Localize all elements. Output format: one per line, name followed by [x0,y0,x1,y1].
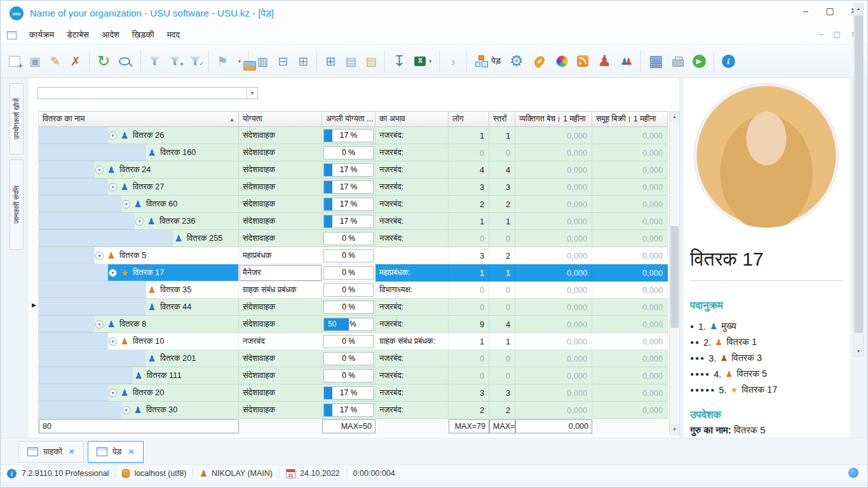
summary-cell-col4[interactable]: MAX=79 [449,419,489,433]
toolbar-excel-export-button[interactable]: X▾ [410,54,435,69]
toolbar-more-button[interactable]: › [444,53,463,70]
column-header-1[interactable]: योग्यता [239,112,322,126]
toolbar-map-pin-button[interactable] [528,55,551,68]
table-row[interactable]: ▾♟वितरक 24संदेशावाहक17 %नजरबंद:440,0000,… [39,161,668,179]
expand-icon[interactable]: ▾ [122,200,130,208]
toolbar-add-record-button[interactable] [5,53,24,69]
panel-vertical-scrollbar[interactable]: ▲ ▼ [853,3,864,356]
toolbar-filter-apply-button[interactable]: ▸ [165,54,184,69]
maximize-button[interactable]: ▢ [823,6,837,16]
hierarchy-item[interactable]: ●●●●4.♟वितरक 5 [690,366,777,382]
menu-item-4[interactable]: मदद [161,28,187,42]
table-row[interactable]: ▾♟वितरक 27संदेशावाहक17 %नजरबंद:330,0000,… [39,179,668,196]
table-row[interactable]: ▾♟वितरक 5महाप्रबंधक0 %320,0000,000 [39,247,668,264]
toolbar-table-view-button[interactable]: ▦ [645,51,667,71]
hierarchy-item[interactable]: ●●●●●5.★वितरक 17 [690,382,777,398]
scroll-up-icon[interactable]: ▲ [670,112,679,121]
toolbar-report-button[interactable]: ▤ [341,53,360,70]
column-header-2[interactable]: अगली योग्यता ... [322,112,376,126]
summary-cell-col0[interactable]: 80 [39,419,239,433]
summary-cell-col5[interactable]: MAX=7 [489,419,515,433]
toolbar-search-button[interactable] [115,53,137,69]
column-header-7[interactable]: समूह बिक्री। 1 महीना [592,112,668,126]
toolbar-filter-check-button[interactable]: ✓ [186,54,205,69]
panel-scroll-thumb[interactable] [855,15,863,333]
expand-icon[interactable]: ▾ [135,217,144,226]
panel-scroll-up-icon[interactable]: ▲ [854,4,863,13]
summary-cell-col6[interactable]: 0,000 [515,419,592,433]
hierarchy-item[interactable]: ●●●3.♟वितरक 3 [690,350,777,366]
table-row[interactable]: ♟वितरक 255संदेशावाहक0 %नजरबंद:000,0000,0… [39,230,668,247]
tab-tree[interactable]: पेड़ ✕ [88,441,144,463]
hierarchy-item[interactable]: ●●2.♟वितरक 1 [690,334,777,350]
toolbar-user-button[interactable]: ♟ [593,51,615,71]
tab-clients[interactable]: ग्राहकों ✕ [18,441,84,463]
expand-icon[interactable]: ▾ [109,132,117,140]
toolbar-flag-button[interactable]: ⚑ [213,53,232,70]
toolbar-image-button[interactable]: ▾ [233,56,245,67]
table-row[interactable]: ▾♟वितरक 20संदेशावाहक17 %नजरबंद:330,0000,… [39,384,668,402]
expand-icon[interactable]: ▾ [109,269,117,277]
table-row[interactable]: ♟वितरक 160संदेशावाहक0 %नजरबंद:000,0000,0… [39,144,668,161]
expand-icon[interactable]: ▾ [109,389,117,397]
menu-item-3[interactable]: खिड़की [126,28,161,42]
table-row[interactable]: ▾♟वितरक 30संदेशावाहक17 %नजरबंद:220,0000,… [39,402,668,419]
tab-clients-close-icon[interactable]: ✕ [69,447,75,456]
summary-cell-col2[interactable]: MAX=50 [322,419,376,433]
toolbar-print-button[interactable] [668,53,688,69]
expand-icon[interactable]: ▾ [109,183,117,191]
table-row[interactable]: ▾♟वितरक 60संदेशावाहक17 %नजरबंद:220,0000,… [39,196,668,213]
toolbar-refresh-button[interactable]: ↻ [93,51,114,71]
column-header-0[interactable]: वितरक का नाम▲ [39,112,239,126]
panel-scroll-down-icon[interactable]: ▼ [854,346,863,356]
table-row[interactable]: ▾★वितरक 17मैनेजर0 %महाप्रबंधक:110,0000,0… [39,264,668,281]
filter-combo[interactable]: ▼ [37,87,258,99]
column-header-3[interactable]: का अभाव [376,112,449,126]
table-row[interactable]: ▾♟वितरक 8संदेशावाहक50%नजरबंद:940,0000,00… [39,316,668,333]
menu-item-1[interactable]: डेटाबेस [60,28,95,42]
grid-scroll-thumb[interactable] [670,226,679,328]
info-icon[interactable]: i [7,469,17,478]
toolbar-users-group-button[interactable]: ♟♟ [616,54,637,69]
toolbar-settings-button[interactable]: ⚙ [506,51,527,71]
toolbar-notes-button[interactable]: ▤ [362,53,381,70]
toolbar-filter-button[interactable] [145,54,164,69]
expand-icon[interactable]: ▾ [95,166,104,174]
side-tab-info[interactable]: जानकारी संपत्ति [10,159,24,250]
mdi-minimize-button[interactable]: – [819,30,824,39]
toolbar-add-level-button[interactable]: ⊞ [321,53,340,70]
table-row[interactable]: ♟वितरक 35ग्राहक संबंध प्रबंधक0 %विभागाध्… [39,281,668,299]
toolbar-info-button[interactable]: i [718,52,739,71]
expand-icon[interactable]: ▾ [95,252,104,260]
toolbar-copy-record-button[interactable]: ▣ [25,53,44,70]
expand-icon[interactable]: ▾ [95,320,104,329]
combo-dropdown-icon[interactable]: ▼ [247,88,257,98]
toolbar-grid-groups-button[interactable]: ▥ [253,53,272,70]
dropdown-arrow-icon[interactable]: ▾ [429,58,431,64]
side-tab-search[interactable]: उपयोगकर्ता खोजें [10,83,24,154]
column-header-6[interactable]: व्यक्तिगत बेच। 1 महीना [515,112,592,126]
column-header-4[interactable]: लोग [449,112,489,126]
toolbar-download-button[interactable]: ↧ [389,51,409,71]
table-row[interactable]: ▾♟वितरक 10नजरबंद0 %ग्राहक संबंध प्रबंधक:… [39,333,668,350]
table-row[interactable]: ▾♟वितरक 26संदेशावाहक17 %नजरबंद:110,0000,… [39,127,668,144]
toolbar-rss-feed-button[interactable] [573,53,592,69]
dropdown-arrow-icon[interactable]: ▾ [238,58,241,64]
table-row[interactable]: ♟वितरक 111संदेशावाहक0 %नजरबंद:000,0000,0… [39,367,668,384]
table-row[interactable]: ♟वितरक 44संदेशावाहक0 %नजरबंद:000,0000,00… [39,299,668,316]
toolbar-delete-record-button[interactable]: ✗ [66,53,85,70]
expand-icon[interactable]: ▾ [122,406,130,414]
grid-vertical-scrollbar[interactable]: ▲ ▼ [669,111,680,435]
mdi-restore-button[interactable]: ▢ [834,30,841,39]
hierarchy-item[interactable]: ●1.♟मुख्य [690,318,777,334]
toolbar-org-tree-button[interactable]: पेड़ [471,53,505,69]
column-header-5[interactable]: स्तरों [489,112,515,126]
tab-tree-close-icon[interactable]: ✕ [128,447,135,456]
minimize-button[interactable]: – [799,6,813,16]
scroll-down-icon[interactable]: ▼ [670,424,679,434]
expand-icon[interactable]: ▾ [109,337,117,346]
table-row[interactable]: ♟वितरक 201संदेशावाहक0 %नजरबंद:000,0000,0… [39,350,668,367]
toolbar-edit-record-button[interactable]: ✎ [46,53,65,70]
menu-item-0[interactable]: कार्यक्रम [23,28,60,42]
menu-item-2[interactable]: आदेश [95,28,126,42]
